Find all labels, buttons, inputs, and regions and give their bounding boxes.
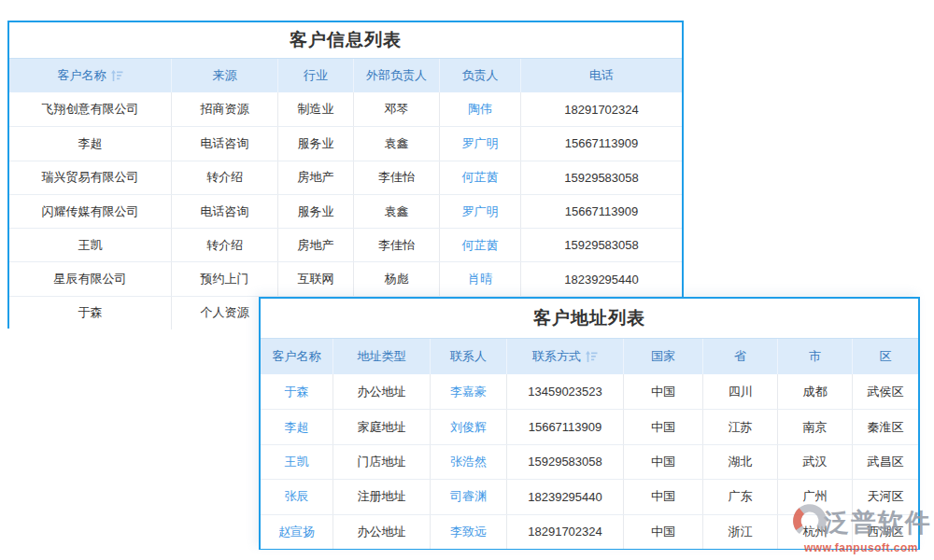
cell: 李佳怡 xyxy=(354,161,440,194)
cell-link[interactable]: 王凯 xyxy=(261,445,333,479)
cell: 中国 xyxy=(624,445,703,479)
cell: 江苏 xyxy=(703,410,778,443)
column-header-label: 客户名称 xyxy=(58,67,106,84)
cell-link[interactable]: 罗广明 xyxy=(440,127,521,160)
cell-link[interactable]: 张辰 xyxy=(261,480,333,513)
cell: 中国 xyxy=(624,410,703,443)
cell: 成都 xyxy=(778,374,853,409)
cell-link[interactable]: 于森 xyxy=(261,374,333,409)
column-header: 电话 xyxy=(521,59,682,92)
cell: 秦淮区 xyxy=(853,410,918,443)
table-row[interactable]: 星辰有限公司预约上门互联网杨彪肖晴18239295440 xyxy=(9,261,682,295)
column-header-label: 外部负责人 xyxy=(366,67,427,84)
cell: 浙江 xyxy=(703,515,778,549)
cell: 电话咨询 xyxy=(172,195,278,228)
cell: 15667113909 xyxy=(521,127,682,160)
cell-link[interactable]: 张浩然 xyxy=(431,445,507,479)
column-header: 市 xyxy=(778,339,853,374)
cell: 中国 xyxy=(624,515,703,549)
cell-link[interactable]: 赵宣扬 xyxy=(261,515,333,549)
column-header: 省 xyxy=(703,339,778,374)
column-header: 来源 xyxy=(172,59,278,92)
table-row[interactable]: 王凯转介绍房地产李佳怡何芷茵15929583058 xyxy=(9,228,682,261)
cell: 服务业 xyxy=(278,195,354,228)
cell: 李佳怡 xyxy=(354,229,440,261)
column-header: 客户名称 xyxy=(261,339,333,374)
cell: 武昌区 xyxy=(853,445,918,479)
cell: 18291702324 xyxy=(507,515,624,549)
cell: 武汉 xyxy=(778,445,853,479)
cell: 袁鑫 xyxy=(354,195,440,228)
column-header-label: 省 xyxy=(734,348,746,365)
cell: 15667113909 xyxy=(507,410,624,443)
cell: 办公地址 xyxy=(333,515,431,549)
cell-link[interactable]: 肖晴 xyxy=(440,262,521,295)
cell-link[interactable]: 罗广明 xyxy=(440,195,521,228)
table-row[interactable]: 闪耀传媒有限公司电话咨询服务业袁鑫罗广明15667113909 xyxy=(9,194,682,228)
column-header-label: 行业 xyxy=(304,67,328,84)
cell: 杭州 xyxy=(778,515,853,549)
cell: 招商资源 xyxy=(172,92,278,126)
cell-link[interactable]: 李嘉豪 xyxy=(431,374,507,409)
cell: 广州 xyxy=(778,480,853,513)
table-row[interactable]: 张辰注册地址司睿渊18239295440中国广东广州天河区 xyxy=(261,479,918,513)
cell: 袁鑫 xyxy=(354,127,440,160)
cell-link[interactable]: 陶伟 xyxy=(440,92,521,126)
column-header[interactable]: 客户名称 xyxy=(9,59,172,92)
cell: 服务业 xyxy=(278,127,354,160)
cell: 武侯区 xyxy=(853,374,918,409)
cell: 13459023523 xyxy=(507,374,624,409)
cell: 闪耀传媒有限公司 xyxy=(9,195,172,228)
table-row[interactable]: 于森办公地址李嘉豪13459023523中国四川成都武侯区 xyxy=(261,374,918,409)
column-header: 行业 xyxy=(278,59,354,92)
cell: 注册地址 xyxy=(333,480,431,513)
cell: 转介绍 xyxy=(172,229,278,261)
column-header-label: 国家 xyxy=(651,348,675,365)
sort-icon[interactable] xyxy=(111,70,123,81)
cell: 互联网 xyxy=(278,262,354,295)
table-title: 客户地址列表 xyxy=(261,299,918,338)
column-header-label: 客户名称 xyxy=(273,348,321,365)
cell-link[interactable]: 刘俊辉 xyxy=(431,410,507,443)
column-header-label: 区 xyxy=(880,348,892,365)
cell: 中国 xyxy=(624,374,703,409)
sort-icon[interactable] xyxy=(586,351,598,362)
cell: 杨彪 xyxy=(354,262,440,295)
cell: 15929583058 xyxy=(507,445,624,479)
table-body: 飞翔创意有限公司招商资源制造业邓琴陶伟18291702324李超电话咨询服务业袁… xyxy=(9,92,682,329)
cell-link[interactable]: 何芷茵 xyxy=(440,161,521,194)
column-header: 地址类型 xyxy=(333,339,431,374)
table-row[interactable]: 李超家庭地址刘俊辉15667113909中国江苏南京秦淮区 xyxy=(261,409,918,443)
table-title: 客户信息列表 xyxy=(9,22,682,58)
table-row[interactable]: 李超电话咨询服务业袁鑫罗广明15667113909 xyxy=(9,126,682,160)
cell: 15929583058 xyxy=(521,161,682,194)
cell: 办公地址 xyxy=(333,374,431,409)
table-row[interactable]: 赵宣扬办公地址李致远18291702324中国浙江杭州西湖区 xyxy=(261,514,918,549)
column-header[interactable]: 联系方式 xyxy=(507,339,624,374)
cell-link[interactable]: 司睿渊 xyxy=(431,480,507,513)
cell-link[interactable]: 李超 xyxy=(261,410,333,443)
column-header-label: 联系方式 xyxy=(532,348,581,365)
cell: 南京 xyxy=(778,410,853,443)
column-header-label: 市 xyxy=(809,348,821,365)
column-header-label: 电话 xyxy=(589,67,614,84)
cell-link[interactable]: 李致远 xyxy=(431,515,507,549)
customer-address-table: 客户地址列表 客户名称地址类型联系人联系方式国家省市区 于森办公地址李嘉豪134… xyxy=(259,297,920,550)
cell: 门店地址 xyxy=(333,445,431,479)
cell: 15929583058 xyxy=(521,229,682,261)
cell: 李超 xyxy=(9,127,172,160)
table-row[interactable]: 飞翔创意有限公司招商资源制造业邓琴陶伟18291702324 xyxy=(9,92,682,126)
cell: 中国 xyxy=(624,480,703,513)
table-row[interactable]: 王凯门店地址张浩然15929583058中国湖北武汉武昌区 xyxy=(261,444,918,479)
cell-link[interactable]: 何芷茵 xyxy=(440,229,521,261)
table-row[interactable]: 瑞兴贸易有限公司转介绍房地产李佳怡何芷茵15929583058 xyxy=(9,161,682,194)
cell: 星辰有限公司 xyxy=(9,262,172,295)
column-header: 区 xyxy=(853,339,918,374)
cell: 制造业 xyxy=(278,92,354,126)
cell: 广东 xyxy=(703,480,778,513)
cell: 飞翔创意有限公司 xyxy=(9,92,172,126)
table-body: 于森办公地址李嘉豪13459023523中国四川成都武侯区李超家庭地址刘俊辉15… xyxy=(261,374,918,549)
cell: 房地产 xyxy=(278,161,354,194)
cell: 湖北 xyxy=(703,445,778,479)
cell: 王凯 xyxy=(9,229,172,261)
